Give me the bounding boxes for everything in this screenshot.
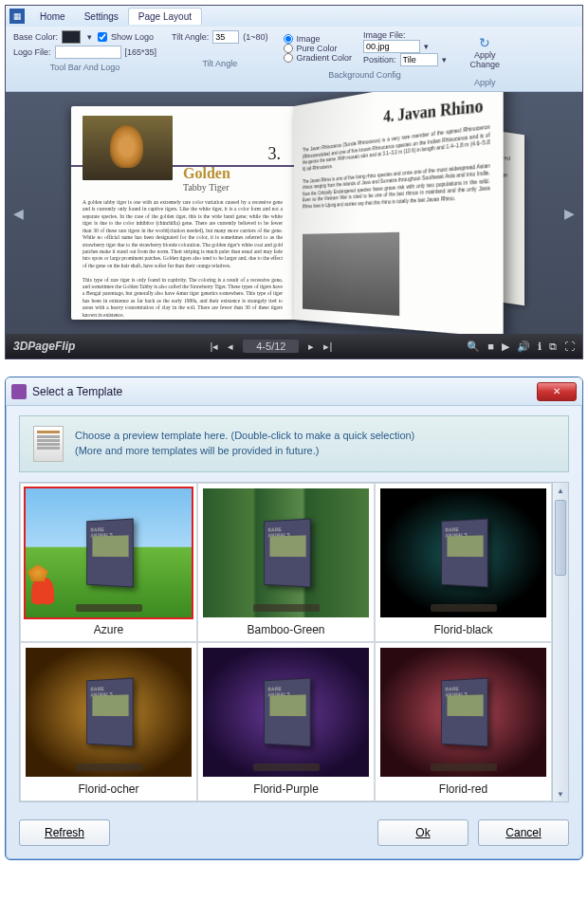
ok-button[interactable]: Ok (377, 819, 469, 846)
prev-page-side[interactable]: ◀ (13, 206, 24, 221)
flipbook[interactable]: 3. Golden Tabby Tiger A golden tabby tig… (71, 106, 517, 320)
search-icon[interactable]: 🔍 (467, 340, 480, 353)
fullscreen-icon[interactable]: ⛶ (564, 340, 575, 353)
apply-change-button[interactable]: ↻ Apply Change (462, 30, 509, 74)
template-pager (431, 763, 497, 771)
template-pager (76, 763, 142, 771)
dialog-titlebar[interactable]: Select a Template ✕ (6, 377, 582, 406)
refresh-icon: ↻ (475, 35, 494, 50)
page-right-wrap: atnsrenowned Newgerant large 4. Javan Rh… (294, 106, 517, 320)
tilt-range: (1~80) (243, 32, 267, 42)
template-book-icon (441, 678, 488, 747)
template-label: Florid-black (378, 619, 548, 638)
base-color-dropdown[interactable]: ▾ (84, 32, 94, 42)
template-pager (431, 604, 497, 612)
share-icon[interactable]: ⧉ (549, 340, 557, 353)
template-label: Azure (24, 619, 193, 638)
first-page-button[interactable]: |◂ (210, 340, 218, 353)
image-file-dropdown[interactable]: ▾ (424, 42, 429, 51)
template-thumb (378, 646, 548, 779)
bg-image-label: Image (297, 34, 321, 44)
template-label: Florid-red (378, 779, 548, 798)
template-pager (253, 604, 320, 612)
template-thumb (24, 646, 193, 779)
scroll-up-icon[interactable]: ▲ (553, 483, 568, 498)
template-thumb (378, 487, 548, 619)
bottom-bar: 3DPageFlip |◂ ◂ 4-5/12 ▸ ▸| 🔍 ■ ▶ 🔊 ℹ ⧉ … (6, 334, 582, 359)
apply-label-2: Change (470, 60, 501, 69)
document-icon (33, 426, 64, 462)
position-dropdown[interactable]: ▾ (442, 55, 447, 64)
vertical-scrollbar[interactable]: ▲ ▼ (553, 482, 569, 802)
prev-page-button[interactable]: ◂ (228, 340, 233, 353)
template-bg (26, 648, 192, 777)
next-page-side[interactable]: ▶ (564, 206, 575, 221)
cancel-button[interactable]: Cancel (478, 819, 569, 846)
tilt-angle-label: Tilt Angle: (172, 32, 209, 42)
bg-pure-radio[interactable] (284, 44, 293, 53)
template-florid-red[interactable]: Florid-red (375, 642, 552, 801)
article-body-right: The Javan Rhinoceros (Sunda Rhinoceros) … (303, 123, 490, 210)
rhino-image (303, 232, 399, 316)
template-thumb (24, 487, 193, 619)
template-label: Florid-Purple (201, 779, 371, 798)
template-azure[interactable]: Azure (20, 483, 197, 642)
bg-image-radio[interactable] (284, 34, 293, 44)
bg-gradient-radio[interactable] (284, 53, 293, 63)
template-book-icon (441, 519, 488, 588)
article-title-right: 4. Javan Rhino (384, 95, 484, 126)
ribbon: Base Color: ▾ Show Logo Logo File: [165*… (6, 27, 582, 92)
refresh-button[interactable]: Refresh (19, 819, 110, 846)
template-book-icon (264, 519, 311, 588)
template-florid-purple[interactable]: Florid-Purple (197, 642, 375, 801)
template-florid-ocher[interactable]: Florid-ocher (20, 642, 197, 801)
play-icon[interactable]: ▶ (502, 340, 509, 353)
info-icon[interactable]: ℹ (538, 340, 542, 353)
template-area: AzureBamboo-GreenFlorid-blackFlorid-oche… (19, 482, 569, 802)
next-page-button[interactable]: ▸ (308, 340, 314, 353)
tiger-image (83, 116, 173, 180)
article-title: Golden (183, 165, 230, 182)
group-label-2: Tilt Angle (172, 59, 267, 68)
template-bg (380, 648, 546, 777)
select-template-dialog: Select a Template ✕ Choose a preview tem… (5, 377, 583, 860)
stop-icon[interactable]: ■ (487, 340, 494, 353)
group-bg-config: Image Pure Color Gradient Color Image Fi… (284, 30, 447, 87)
dialog-icon (11, 384, 27, 399)
right-toolbar: 🔍 ■ ▶ 🔊 ℹ ⧉ ⛶ (467, 340, 575, 353)
position-input[interactable] (400, 53, 438, 66)
group-label-1: Tool Bar And Logo (13, 63, 156, 72)
apply-label-1: Apply (474, 50, 496, 60)
app-icon: ▦ (9, 9, 25, 24)
tab-home[interactable]: Home (30, 9, 75, 25)
pageflip-app: ▦ Home Settings Page Layout Base Color: … (5, 5, 583, 359)
position-label: Position: (363, 55, 396, 64)
tilt-angle-input[interactable] (212, 30, 239, 44)
template-florid-black[interactable]: Florid-black (375, 483, 552, 642)
page-number-3: 3. (268, 144, 282, 164)
tab-page-layout[interactable]: Page Layout (128, 8, 202, 25)
brand: 3DPageFlip (13, 340, 75, 353)
dialog-title: Select a Template (32, 385, 537, 398)
page-indicator: 4-5/12 (243, 340, 299, 353)
template-thumb (201, 646, 371, 779)
bg-pure-label: Pure Color (297, 44, 338, 53)
template-bg (26, 488, 192, 617)
group-apply: ↻ Apply Change Apply (462, 30, 509, 87)
template-bg (203, 648, 369, 777)
base-color-label: Base Color: (13, 32, 58, 42)
base-color-swatch[interactable] (62, 30, 81, 44)
image-file-input[interactable] (363, 40, 420, 53)
template-bamboo-green[interactable]: Bamboo-Green (197, 483, 375, 642)
tab-settings[interactable]: Settings (75, 9, 128, 25)
scroll-thumb[interactable] (555, 500, 566, 576)
sound-icon[interactable]: 🔊 (517, 340, 530, 353)
template-book-icon (86, 519, 134, 588)
image-file-label: Image File: (363, 30, 406, 40)
scroll-down-icon[interactable]: ▼ (553, 786, 568, 801)
close-button[interactable]: ✕ (537, 382, 577, 401)
page-right: 4. Javan Rhino The Javan Rhinoceros (Sun… (294, 92, 504, 334)
last-page-button[interactable]: ▸| (323, 340, 332, 353)
logo-file-input[interactable] (55, 46, 121, 59)
show-logo-checkbox[interactable] (98, 32, 107, 42)
